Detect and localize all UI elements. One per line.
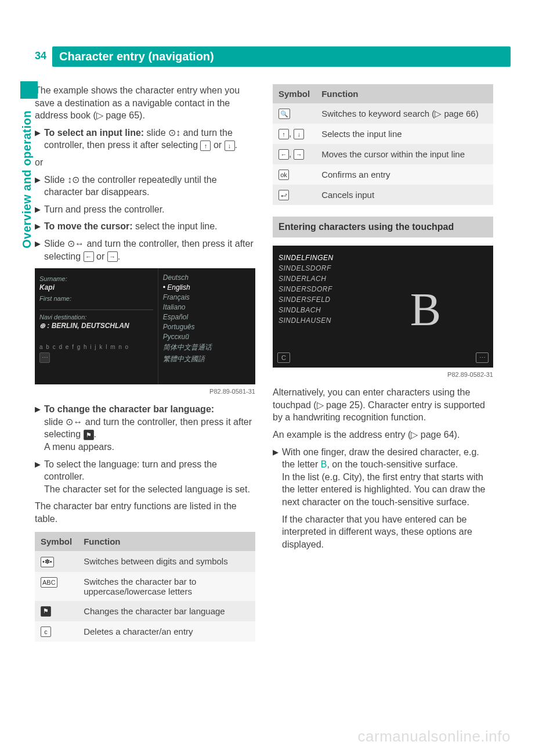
table-row: ABC Switches the character bar to upperc… xyxy=(35,572,255,601)
left-column: The example shows the character entry wh… xyxy=(35,84,255,642)
down-arrow-icon: ↓ xyxy=(225,141,235,151)
letter-example: B xyxy=(321,459,327,469)
up-arrow-icon: ↑ xyxy=(200,141,211,151)
left-arrow-icon: ← xyxy=(84,251,94,262)
language-list: Deutsch English Français Italiano Españo… xyxy=(158,268,255,384)
handwritten-letter: B xyxy=(410,283,441,336)
flag-icon: ⚑ xyxy=(84,430,94,440)
character-bar: a b c d e f g h i j k l m n o xyxy=(39,344,153,350)
screenshot-touchpad-entry: SINDELFINGEN SINDELSDORF SINDERLACH SIND… xyxy=(273,246,493,368)
step-marker-icon: ▶ xyxy=(35,204,44,217)
step-marker-icon: ▶ xyxy=(35,459,44,497)
left-arrow-icon: ← xyxy=(278,149,289,160)
step-move-cursor: ▶ To move the cursor: select the input l… xyxy=(35,220,255,233)
table-header: Symbol Function xyxy=(35,532,255,551)
side-tab-label: Overview and operation xyxy=(20,110,34,249)
table-row: c Deletes a character/an entry xyxy=(35,621,255,642)
step-turn-press: ▶ Turn and press the controller. xyxy=(35,203,255,216)
table-row: ok Confirms an entry xyxy=(273,164,493,185)
step-marker-icon: ▶ xyxy=(35,239,44,264)
step-label: To move the cursor: xyxy=(44,221,133,231)
down-arrow-icon: ↓ xyxy=(294,129,304,139)
touchpad-para1: Alternatively, you can enter characters … xyxy=(273,386,493,424)
navi-destination-value: ⊕ : BERLIN, DEUTSCHLAN xyxy=(39,322,153,330)
table-intro: The character bar entry functions are li… xyxy=(35,500,255,525)
step-select-input-line: ▶ To select an input line: slide ⊙↕ and … xyxy=(35,127,255,152)
touchpad-para2: An example is the address entry (▷ page … xyxy=(273,429,493,441)
step-marker-icon: ▶ xyxy=(35,221,44,234)
symbols-toggle-icon: •✽• xyxy=(41,557,54,567)
surname-label: Surname: xyxy=(39,275,153,282)
ok-icon: ok xyxy=(278,170,289,180)
back-icon: ⮐ xyxy=(278,190,289,200)
or-separator: or xyxy=(35,156,255,169)
screenshot-language-menu: Surname: Kapi First name: Navi destinati… xyxy=(35,268,255,384)
up-arrow-icon: ↑ xyxy=(278,129,289,139)
step-marker-icon: ▶ xyxy=(35,175,44,200)
symbol-toggle-icon: ⋯ xyxy=(39,352,50,363)
table-row: 🔍 Switches to keyword search (▷ page 66) xyxy=(273,103,493,124)
step-label: To select an input line: xyxy=(44,128,144,138)
step-select-language: ▶ To select the language: turn and press… xyxy=(35,458,255,496)
side-tab-marker xyxy=(20,81,38,99)
table-row: ←, → Moves the cursor within the input l… xyxy=(273,144,493,164)
options-corner-icon: ⋯ xyxy=(476,352,489,363)
screenshot-caption: P82.89-0582-31 xyxy=(273,371,493,378)
table-row: ⚑ Changes the character bar language xyxy=(35,601,255,621)
abc-case-icon: ABC xyxy=(41,577,57,588)
step-marker-icon: ▶ xyxy=(35,128,44,153)
search-icon: 🔍 xyxy=(278,109,290,119)
table-header: Symbol Function xyxy=(273,84,493,103)
firstname-label: First name: xyxy=(39,295,153,302)
right-arrow-icon: → xyxy=(294,149,304,160)
screenshot-caption: P82.89-0581-31 xyxy=(35,388,255,395)
table-row: •✽• Switches between digits and symbols xyxy=(35,551,255,571)
step-slide-turn-cursor: ▶ Slide ⊙↔ and turn the controller, then… xyxy=(35,237,255,262)
step-slide-controller: ▶ Slide ↕⊙ the controller repeatedly unt… xyxy=(35,174,255,199)
page-header: 34 Character entry (navigation) xyxy=(35,46,511,67)
surname-value: Kapi xyxy=(39,283,153,291)
city-list: SINDELFINGEN SINDELSDORF SINDERLACH SIND… xyxy=(278,254,487,325)
right-column: Symbol Function 🔍 Switches to keyword se… xyxy=(273,84,493,642)
step-note-interpretation: If the character that you have entered c… xyxy=(273,513,493,551)
navi-destination-label: Navi destination: xyxy=(39,314,153,321)
step-change-language: ▶ To change the character bar language: … xyxy=(35,403,255,453)
page-number: 34 xyxy=(35,46,52,67)
step-marker-icon: ▶ xyxy=(35,404,44,454)
step-marker-icon: ▶ xyxy=(273,447,282,510)
step-draw-character: ▶ With one finger, draw the desired char… xyxy=(273,446,493,509)
delete-icon: c xyxy=(41,627,51,637)
step-label: To change the character bar language: xyxy=(44,404,214,414)
page-title: Character entry (navigation) xyxy=(52,46,511,67)
symbol-function-table-2: Symbol Function 🔍 Switches to keyword se… xyxy=(273,84,493,205)
watermark: carmanualsonline.info xyxy=(358,728,511,746)
section-heading: Entering characters using the touchpad xyxy=(273,217,493,237)
intro-paragraph: The example shows the character entry wh… xyxy=(35,84,255,122)
symbol-function-table-1: Symbol Function •✽• Switches between dig… xyxy=(35,532,255,641)
delete-corner-icon: C xyxy=(277,352,290,363)
table-row: ↑, ↓ Selects the input line xyxy=(273,124,493,144)
flag-icon: ⚑ xyxy=(41,606,51,617)
table-row: ⮐ Cancels input xyxy=(273,185,493,205)
right-arrow-icon: → xyxy=(107,251,118,262)
